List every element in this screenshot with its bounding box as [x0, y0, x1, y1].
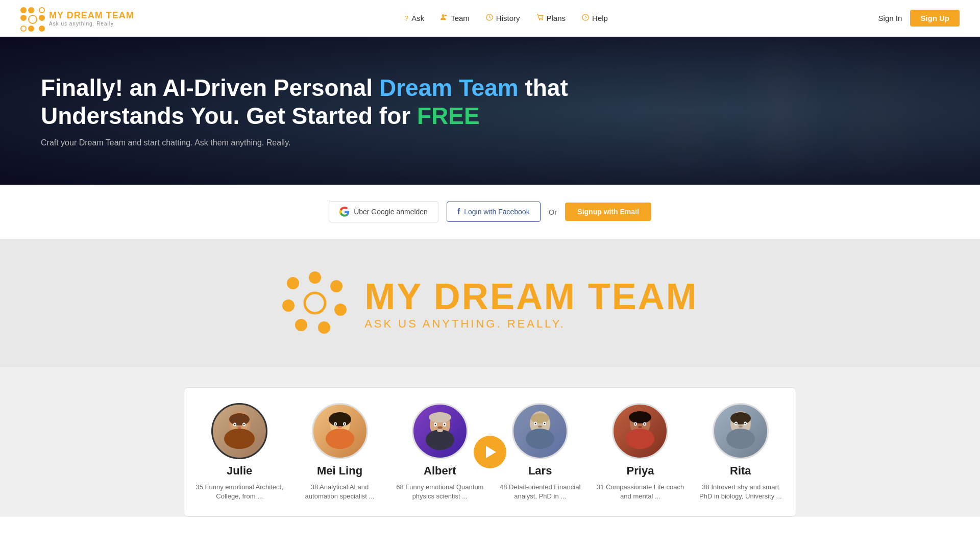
svg-point-54 [644, 423, 646, 425]
svg-point-39 [437, 429, 443, 432]
svg-point-53 [635, 423, 636, 425]
team-member-julie: Julie 35 Funny emotional Architect, Coll… [194, 403, 284, 501]
big-logo-title: MY DREAM TEAM [364, 276, 698, 317]
signup-button[interactable]: Sign Up [910, 10, 960, 27]
svg-point-10 [295, 319, 307, 331]
svg-point-6 [309, 271, 321, 284]
nav-history-label: History [496, 14, 520, 22]
hero-content: Finally! an AI-Driven Personal Dream Tea… [0, 74, 715, 147]
svg-point-41 [531, 413, 549, 423]
svg-point-16 [229, 413, 250, 425]
history-icon [486, 14, 493, 22]
team-member-rita: Rita 38 Introvert shy and smart PhD in b… [696, 403, 786, 501]
nav-plans[interactable]: Plans [536, 14, 566, 22]
facebook-btn-label: Login with Facebook [464, 208, 529, 216]
signup-bar: Über Google anmelden f Login with Facebo… [0, 185, 980, 239]
svg-point-21 [243, 424, 245, 425]
navbar-left: MY DREAM TEAM Ask us anything. Really. [20, 7, 134, 30]
hero-title-part1: Finally! an AI-Driven Personal [41, 74, 379, 101]
member-name-mei: Mei Ling [317, 464, 362, 478]
nav-links: ? Ask Team History Plans Help [404, 14, 608, 22]
avatar-rita [713, 403, 769, 459]
google-icon [339, 207, 350, 217]
member-desc-albert: 68 Funny emotional Quantum physics scien… [395, 483, 485, 501]
svg-point-1 [445, 15, 447, 17]
svg-point-20 [234, 424, 236, 425]
avatar-mei [312, 403, 368, 459]
facebook-signin-button[interactable]: f Login with Facebook [447, 202, 541, 222]
logo-icon [20, 7, 43, 30]
svg-point-29 [344, 423, 345, 425]
member-name-lars: Lars [528, 464, 552, 478]
avatar-priya [612, 403, 668, 459]
big-logo-text: MY DREAM TEAM ASK US ANYTHING. REALLY. [364, 276, 698, 331]
svg-point-50 [626, 429, 654, 449]
svg-point-45 [535, 423, 536, 424]
nav-history[interactable]: History [486, 14, 520, 22]
member-name-priya: Priya [627, 464, 654, 478]
member-name-albert: Albert [424, 464, 456, 478]
svg-point-0 [442, 14, 445, 17]
svg-point-8 [334, 304, 347, 316]
svg-point-62 [744, 423, 746, 424]
navbar: MY DREAM TEAM Ask us anything. Really. ?… [0, 0, 980, 37]
hero-title-highlight: Dream Team [379, 74, 519, 101]
svg-point-17 [224, 429, 255, 449]
play-triangle-icon [486, 446, 496, 458]
hero-title: Finally! an AI-Driven Personal Dream Tea… [41, 74, 674, 130]
or-separator: Or [549, 208, 557, 216]
svg-point-38 [437, 427, 443, 429]
team-member-mei: Mei Ling 38 Analytical AI and automation… [295, 403, 384, 501]
svg-point-3 [539, 19, 540, 20]
avatar-albert [412, 403, 468, 459]
big-logo-subtitle: ASK US ANYTHING. REALLY. [364, 317, 698, 331]
nav-ask[interactable]: ? Ask [404, 14, 424, 22]
email-signup-button[interactable]: Signup with Email [565, 203, 651, 221]
svg-point-11 [282, 299, 295, 312]
avatar-lars [512, 403, 568, 459]
svg-point-13 [305, 293, 325, 313]
brand-name: MY DREAM TEAM [49, 10, 134, 21]
member-name-rita: Rita [730, 464, 751, 478]
team-showcase: Julie 35 Funny emotional Architect, Coll… [184, 387, 796, 517]
svg-point-42 [526, 429, 554, 449]
svg-point-12 [287, 277, 299, 289]
play-button[interactable] [474, 436, 506, 468]
brand-tagline: Ask us anything. Really. [49, 21, 134, 27]
nav-team-label: Team [451, 14, 470, 22]
ask-icon: ? [404, 14, 408, 22]
svg-point-9 [318, 321, 330, 334]
team-member-albert: Albert 68 Funny emotional Quantum physic… [395, 403, 485, 501]
hero-subtitle: Craft your Dream Team and start chatting… [41, 138, 674, 147]
signin-button[interactable]: Sign In [878, 14, 902, 22]
svg-point-46 [544, 423, 546, 424]
svg-point-37 [444, 424, 445, 425]
svg-point-55 [638, 426, 642, 428]
member-desc-priya: 31 Compassionate Life coach and mental .… [595, 483, 685, 501]
svg-point-47 [538, 425, 542, 428]
team-member-lars: Lars 48 Detail-oriented Financial analys… [495, 403, 585, 501]
google-signin-button[interactable]: Über Google anmelden [329, 201, 438, 222]
svg-point-63 [739, 425, 743, 428]
help-icon [582, 14, 589, 22]
svg-point-61 [735, 423, 737, 424]
svg-point-58 [726, 429, 755, 449]
member-desc-rita: 38 Introvert shy and smart PhD in biolog… [696, 483, 786, 501]
nav-help-label: Help [592, 14, 608, 22]
svg-point-36 [434, 424, 436, 425]
nav-team[interactable]: Team [440, 14, 470, 22]
big-logo: MY DREAM TEAM ASK US ANYTHING. REALLY. [282, 270, 698, 336]
member-name-julie: Julie [227, 464, 252, 478]
avatar-julie [211, 403, 267, 459]
hero-title-free: FREE [417, 103, 480, 129]
svg-point-49 [629, 411, 651, 423]
team-member-priya: Priya 31 Compassionate Life coach and me… [595, 403, 685, 501]
navbar-right: Sign In Sign Up [878, 10, 960, 27]
logo-text: MY DREAM TEAM Ask us anything. Really. [49, 10, 134, 27]
nav-help[interactable]: Help [582, 14, 608, 22]
team-section: Julie 35 Funny emotional Architect, Coll… [0, 367, 980, 517]
svg-point-28 [334, 423, 336, 425]
nav-ask-label: Ask [411, 14, 424, 22]
team-icon [440, 14, 448, 22]
svg-point-32 [429, 412, 451, 422]
